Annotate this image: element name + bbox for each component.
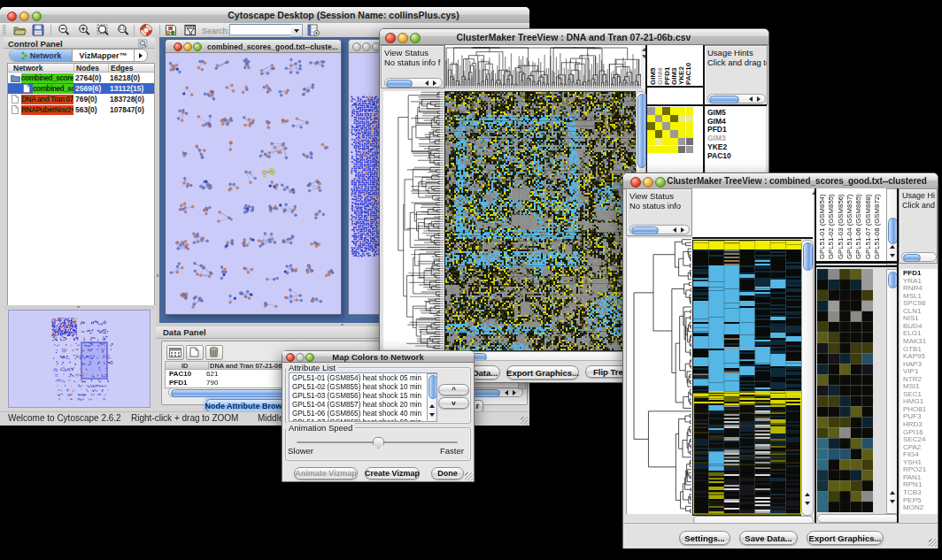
scroll-right-icon[interactable] xyxy=(681,227,684,233)
tv2-resize-grip[interactable] xyxy=(929,539,937,547)
inactive-close-icon[interactable] xyxy=(352,42,361,51)
attr-col-id[interactable]: ID xyxy=(181,362,189,370)
tv1-export-graphics-button[interactable]: Export Graphics... xyxy=(506,365,579,380)
col-header-network[interactable]: Network xyxy=(13,64,43,73)
frame-minimize-icon[interactable] xyxy=(183,42,192,51)
tv1-zoom-matrix[interactable] xyxy=(647,107,693,153)
tv1-usage-scrollbar-thumb[interactable] xyxy=(709,96,739,104)
zoom-icon[interactable] xyxy=(32,12,42,21)
select-attributes-button[interactable] xyxy=(166,345,184,360)
tv1-status-scrollbar[interactable] xyxy=(384,78,443,88)
tv2-col-label[interactable]: GPL51-03 (GSM856) xyxy=(837,194,845,259)
node-attribute-browser-tab[interactable]: Node Attribute Brows xyxy=(206,399,285,412)
tv1-row-label[interactable]: GIM3 xyxy=(707,134,726,142)
attribute-list-item[interactable]: GPL51-06 (GSM865) heat shock 40 min xyxy=(290,409,436,418)
inactive-minimize-icon[interactable] xyxy=(362,42,371,51)
help-ring-icon[interactable] xyxy=(139,23,153,37)
tv2-heatmap[interactable] xyxy=(692,240,801,516)
delete-attribute-button[interactable] xyxy=(205,345,223,360)
attribute-list-item[interactable]: GPL51-01 (GSM854) heat shock 05 min xyxy=(290,373,436,382)
treeview1-titlebar[interactable]: ClusterMaker TreeView : DNA and Tran 07-… xyxy=(380,29,768,45)
network-list-row[interactable]: combined_scores_2764(0)16218(0) xyxy=(8,73,154,83)
search-input[interactable] xyxy=(229,24,295,35)
frame-zoom-icon[interactable] xyxy=(193,42,202,51)
tv2-save-data-button[interactable]: Save Data... xyxy=(739,531,798,545)
tv2-row-dendrogram[interactable] xyxy=(626,238,692,514)
tab-vizmapper[interactable]: VizMapper™ xyxy=(73,50,134,61)
tv2-usage-scrollbar[interactable] xyxy=(901,252,937,262)
tv1-row-label[interactable]: GIM4 xyxy=(707,117,726,126)
frame-close-icon[interactable] xyxy=(174,42,182,51)
tv2-zoom-heatmap[interactable] xyxy=(817,269,873,512)
scroll-right-icon[interactable] xyxy=(757,96,761,102)
zoom-icon[interactable] xyxy=(655,177,666,188)
tv1-heatmap[interactable] xyxy=(444,91,636,351)
create-vizmap-button[interactable]: Create Vizmap xyxy=(365,467,420,479)
zoom-fit-icon[interactable] xyxy=(97,24,112,36)
tv2-row-label[interactable]: MON2 xyxy=(903,504,923,512)
scroll-right-icon[interactable] xyxy=(433,81,436,86)
create-attribute-button[interactable] xyxy=(186,345,204,360)
tv1-row-dendrogram[interactable] xyxy=(383,91,444,349)
network-list-row[interactable]: DNA and Tran 07769(0)183728(0) xyxy=(8,94,154,104)
scroll-left-icon[interactable] xyxy=(425,81,429,86)
float-panel-icon[interactable] xyxy=(138,39,148,48)
move-up-button[interactable]: ^ xyxy=(438,384,469,395)
main-resize-grip[interactable] xyxy=(521,417,529,425)
scroll-up-icon[interactable] xyxy=(805,493,810,496)
tv1-row-label[interactable]: PFD1 xyxy=(707,125,727,134)
tv1-col-label[interactable]: PAC10 xyxy=(684,63,692,85)
network-list-row[interactable]: combined_sco2569(6)13112(15) xyxy=(8,83,154,94)
tv1-heatmap-vscrollbar-thumb[interactable] xyxy=(637,94,646,168)
main-titlebar[interactable]: Cytoscape Desktop (Session Name: collins… xyxy=(0,7,529,24)
scroll-up-icon[interactable] xyxy=(429,404,435,408)
scroll-left-icon[interactable] xyxy=(749,96,753,102)
tab-network[interactable]: Network xyxy=(10,50,73,61)
tv1-row-label[interactable]: GIM5 xyxy=(707,108,726,117)
minimize-icon[interactable] xyxy=(643,177,653,188)
tv2-col-label[interactable]: GPL51-01 (GSM854) xyxy=(818,194,826,259)
tv2-status-scrollbar-thumb[interactable] xyxy=(631,226,659,234)
attribute-listbox[interactable]: GPL51-01 (GSM854) heat shock 05 minGPL51… xyxy=(289,372,437,422)
close-icon[interactable] xyxy=(7,12,17,21)
zoom-icon[interactable] xyxy=(305,353,314,362)
done-button[interactable]: Done xyxy=(431,467,464,479)
import-table-icon[interactable] xyxy=(307,24,320,36)
tv1-column-dendrogram[interactable] xyxy=(444,45,642,88)
dialog-titlebar[interactable]: Map Colors to Network xyxy=(282,351,474,363)
col-header-nodes[interactable]: Nodes xyxy=(76,64,99,73)
tv2-heatmap-vscrollbar-thumb[interactable] xyxy=(803,242,813,271)
tv2-col-label[interactable]: GPL51-08 (GSM872) xyxy=(873,194,881,259)
attr-col-dna[interactable]: DNA and Tran 07-21-06 xyxy=(210,362,282,370)
attribute-list-item[interactable]: GPL51-04 (GSM857) heat shock 20 min xyxy=(290,400,436,409)
tv2-status-scrollbar[interactable] xyxy=(629,225,690,234)
close-icon[interactable] xyxy=(385,33,396,43)
scroll-down-icon[interactable] xyxy=(890,254,895,257)
search-dropdown-button[interactable] xyxy=(291,24,303,37)
tv2-zoom-hscrollbar[interactable] xyxy=(817,514,899,523)
zoom-selected-icon[interactable]: 1:1 xyxy=(116,24,130,36)
tv2-col-label[interactable]: GPL51-07 (GSM868) xyxy=(864,194,872,259)
vizmapper-node-icon[interactable] xyxy=(165,24,177,36)
scroll-up-icon[interactable] xyxy=(890,245,895,249)
attribute-list-scrollbar[interactable] xyxy=(427,373,437,422)
tv1-usage-scrollbar[interactable] xyxy=(707,94,766,104)
tv2-heatmap-vscrollbar[interactable] xyxy=(801,240,814,516)
dialog-resize-grip[interactable] xyxy=(465,472,473,480)
attribute-list-item[interactable]: GPL51-03 (GSM856) heat shock 15 min xyxy=(290,391,436,400)
zoom-out-icon[interactable] xyxy=(57,24,71,36)
move-down-button[interactable]: v xyxy=(438,397,469,409)
scroll-down-icon[interactable] xyxy=(429,413,435,417)
attribute-list-scrollbar-thumb[interactable] xyxy=(429,375,437,399)
close-icon[interactable] xyxy=(286,353,295,362)
treeview2-titlebar[interactable]: ClusterMaker TreeView : combined_scores_… xyxy=(623,173,938,189)
attribute-list-item[interactable]: GPL51-02 (GSM855) heat shock 10 min xyxy=(290,382,436,391)
zoom-in-icon[interactable] xyxy=(77,24,91,36)
scroll-left-icon[interactable] xyxy=(505,390,508,395)
scroll-left-icon[interactable] xyxy=(673,227,676,233)
tab-overflow-button[interactable] xyxy=(134,50,148,61)
network-overview[interactable] xyxy=(8,310,151,408)
animate-vizmap-button[interactable]: Animate Vizmap xyxy=(294,467,358,479)
tv1-row-label[interactable]: PAC10 xyxy=(707,151,731,160)
col-header-edges[interactable]: Edges xyxy=(111,64,134,73)
